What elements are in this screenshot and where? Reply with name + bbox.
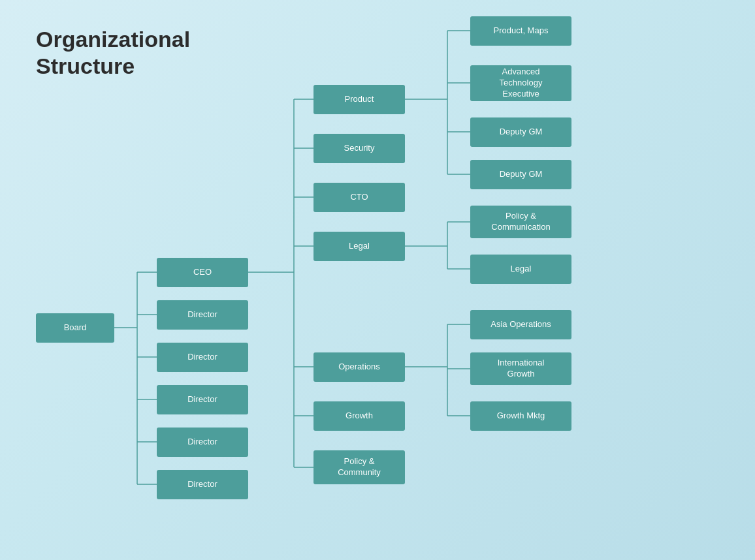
security-node: Security: [313, 134, 405, 163]
growth-node: Growth: [313, 401, 405, 431]
director1-node: Director: [157, 300, 248, 330]
org-chart: Board CEO Director Director Director Dir…: [0, 0, 755, 560]
intl-growth-node: International Growth: [470, 352, 571, 385]
operations-node: Operations: [313, 352, 405, 382]
growth-mktg-node: Growth Mktg: [470, 401, 571, 431]
deputy-gm2-node: Deputy GM: [470, 160, 571, 189]
asia-ops-node: Asia Operations: [470, 310, 571, 339]
director4-node: Director: [157, 428, 248, 457]
director5-node: Director: [157, 470, 248, 499]
director3-node: Director: [157, 385, 248, 414]
legal-node: Legal: [313, 232, 405, 261]
legal2-node: Legal: [470, 255, 571, 284]
product-maps-node: Product, Maps: [470, 16, 571, 46]
deputy-gm1-node: Deputy GM: [470, 117, 571, 147]
ceo-node: CEO: [157, 258, 248, 287]
product-node: Product: [313, 85, 405, 114]
policy-comm-node: Policy & Communication: [470, 206, 571, 238]
director2-node: Director: [157, 343, 248, 372]
adv-tech-node: Advanced Technology Executive: [470, 65, 571, 101]
policy-community-node: Policy & Community: [313, 450, 405, 484]
cto-node: CTO: [313, 183, 405, 212]
board-node: Board: [36, 313, 114, 343]
